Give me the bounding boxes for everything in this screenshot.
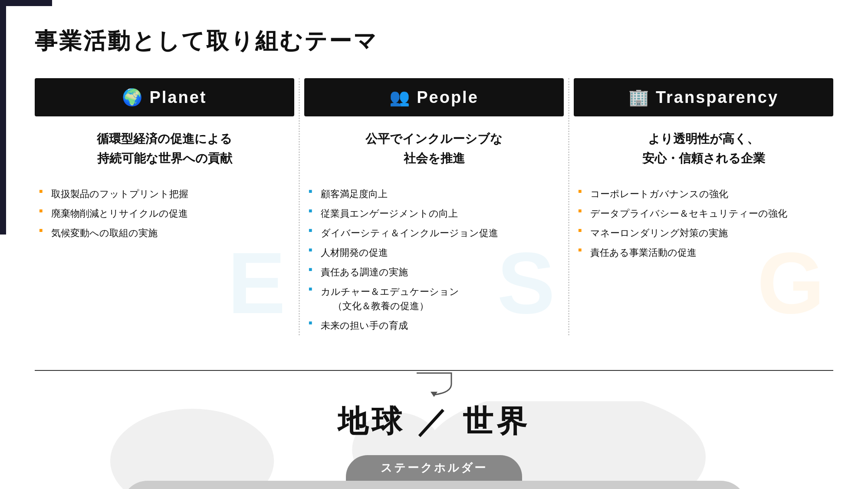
planet-bullet-3: 気候変動への取組の実施 xyxy=(39,223,290,243)
top-accent xyxy=(0,0,52,6)
stakeholder-wrapper: ステークホルダー 従業員 お客様 取引先 投資家 未来世代 地域社会 xyxy=(35,455,833,489)
people-bullets: 顧客満足度向上 従業員エンゲージメントの向上 ダイバーシティ＆インクルージョン促… xyxy=(304,184,564,335)
stakeholder-pills: 従業員 お客様 取引先 投資家 未来世代 地域社会 xyxy=(122,481,747,489)
transparency-bullet-1: コーポレートガバナンスの強化 xyxy=(578,184,829,204)
people-bullet-6: カルチャー＆エデュケーション（文化＆教養の促進） xyxy=(309,282,559,316)
page-title: 事業活動として取り組むテーマ xyxy=(35,26,833,56)
people-bullet-3: ダイバーシティ＆インクルージョン促進 xyxy=(309,223,559,243)
bg-letter-e: E xyxy=(228,240,286,327)
planet-label: Planet xyxy=(149,88,207,107)
transparency-subtitle: より透明性が高く、安心・信頼される企業 xyxy=(574,129,833,169)
column-people: 👥 People 公平でインクルーシブな社会を推進 顧客満足度向上 従業員エンゲ… xyxy=(304,78,564,335)
people-bullet-7: 未来の担い手の育成 xyxy=(309,316,559,335)
divider-2 xyxy=(568,78,569,335)
column-planet: 🌍 Planet 循環型経済の促進による持続可能な世界への貢献 取扱製品のフット… xyxy=(35,78,294,335)
planet-bullet-2: 廃棄物削減とリサイクルの促進 xyxy=(39,204,290,223)
globe-title: 地球 ／ 世界 xyxy=(35,401,833,442)
transparency-header: 🏢 Transparency xyxy=(574,78,833,116)
transparency-bullet-2: データプライバシー＆セキュリティーの強化 xyxy=(578,204,829,223)
people-header: 👥 People xyxy=(304,78,564,116)
transparency-bullets: コーポレートガバナンスの強化 データプライバシー＆セキュリティーの強化 マネーロ… xyxy=(574,184,833,262)
people-icon: 👥 xyxy=(389,88,410,107)
transparency-icon: 🏢 xyxy=(628,88,649,107)
people-bullet-5: 責任ある調達の実施 xyxy=(309,262,559,282)
people-label: People xyxy=(417,88,479,107)
three-columns: 🌍 Planet 循環型経済の促進による持続可能な世界への貢献 取扱製品のフット… xyxy=(35,78,833,335)
page: 事業活動として取り組むテーマ 🌍 Planet 循環型経済の促進による持続可能な… xyxy=(0,0,868,489)
divider-1 xyxy=(299,78,300,335)
planet-header: 🌍 Planet xyxy=(35,78,294,116)
planet-bullet-1: 取扱製品のフットプリント把握 xyxy=(39,184,290,204)
planet-subtitle: 循環型経済の促進による持続可能な世界への貢献 xyxy=(35,129,294,169)
left-accent xyxy=(0,0,6,235)
transparency-bullet-4: 責任ある事業活動の促進 xyxy=(578,243,829,262)
bottom-section: 地球 ／ 世界 ステークホルダー 従業員 お客様 取引先 投資家 未来世代 地域… xyxy=(0,401,868,489)
stakeholder-label: ステークホルダー xyxy=(346,455,522,481)
people-bullet-1: 顧客満足度向上 xyxy=(309,184,559,204)
people-bullet-4: 人材開発の促進 xyxy=(309,243,559,262)
column-transparency: 🏢 Transparency より透明性が高く、安心・信頼される企業 コーポレー… xyxy=(574,78,833,335)
people-subtitle: 公平でインクルーシブな社会を推進 xyxy=(304,129,564,169)
curved-arrow xyxy=(408,371,460,397)
transparency-bullet-3: マネーロンダリング対策の実施 xyxy=(578,223,829,243)
planet-icon: 🌍 xyxy=(122,88,142,107)
planet-bullets: 取扱製品のフットプリント把握 廃棄物削減とリサイクルの促進 気候変動への取組の実… xyxy=(35,184,294,243)
people-bullet-2: 従業員エンゲージメントの向上 xyxy=(309,204,559,223)
transparency-label: Transparency xyxy=(656,88,779,107)
